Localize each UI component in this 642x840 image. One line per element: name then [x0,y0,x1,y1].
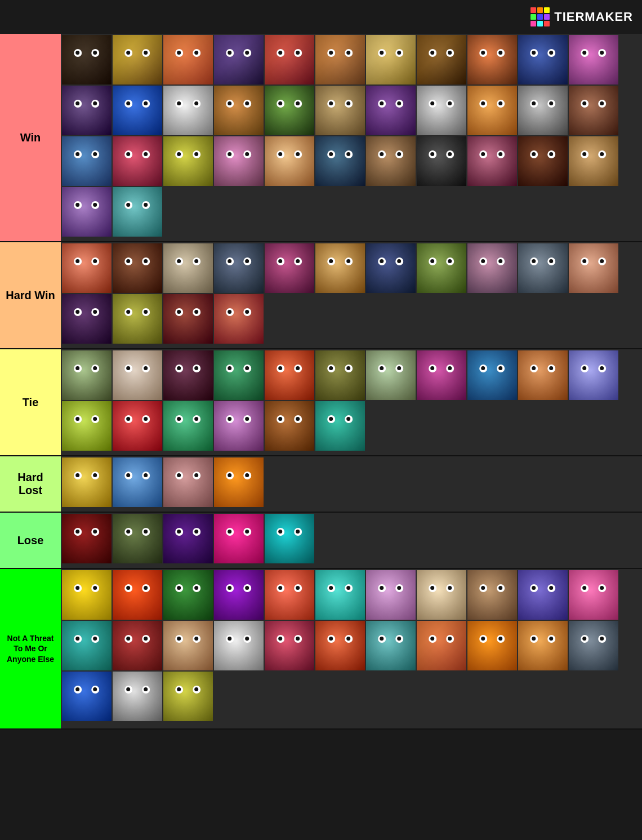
char-black-glitch[interactable] [214,570,264,620]
char-withered-chica3[interactable] [113,350,162,400]
char-helpy[interactable] [315,570,365,620]
char-cow[interactable] [113,570,162,620]
char-funtime-chica[interactable] [62,136,112,186]
char-nightmare-puppet[interactable] [163,514,213,563]
char-endo-plush[interactable] [366,243,416,293]
char-nightmare-bonnie[interactable] [62,294,112,344]
char-ballora[interactable] [214,35,264,85]
char-molten-freddy2[interactable] [62,514,112,563]
char-mr-c[interactable] [113,672,162,721]
char-toy-chica[interactable] [315,35,365,85]
char-nightmare-d[interactable] [214,457,264,507]
char-orville[interactable] [366,570,416,620]
char-happy-frog[interactable] [518,570,568,620]
char-scrap-chica[interactable] [366,35,416,85]
char-shadow-bonnie[interactable] [467,243,517,293]
char-nightmare-mangle[interactable] [569,136,618,186]
char-sun-moon[interactable] [417,86,466,135]
char-mr-hippo2[interactable] [569,570,618,620]
char-withered-bonnie2[interactable] [62,243,112,293]
char-lefty2[interactable] [569,621,618,670]
char-springtrap2[interactable] [265,570,314,620]
char-purple-guy[interactable] [265,136,314,186]
char-glamrock-chica[interactable] [467,35,517,85]
char-withered-chica[interactable] [214,136,264,186]
char-withered-chica2[interactable] [113,243,162,293]
char-ennard[interactable] [569,350,618,400]
char-molten-freddy[interactable] [265,243,314,293]
char-vanny[interactable] [417,570,466,620]
char-grimm-foxy[interactable] [315,86,365,135]
char-blue-rabbit[interactable] [62,672,112,721]
char-nightmare-bb2[interactable] [467,350,517,400]
char-circus-baby[interactable] [518,243,568,293]
char-baby-2[interactable] [518,35,568,85]
char-candy-candy[interactable] [417,621,466,670]
char-nightmare-b[interactable] [113,457,162,507]
char-nightmare-freddy[interactable] [163,243,213,293]
char-golden-freddy[interactable] [113,35,162,85]
char-helpi[interactable] [163,621,213,670]
char-nightmare-bb[interactable] [569,243,618,293]
char-balloon-boy[interactable] [62,621,112,670]
char-balloon-girl[interactable] [113,621,162,670]
char-clown1[interactable] [265,621,314,670]
char-mini-endo[interactable] [163,672,213,721]
char-toy-bonnie[interactable] [265,86,314,135]
char-funtime-freddy[interactable] [518,136,568,186]
char-jack-o-chica[interactable] [569,86,618,135]
char-funtime-foxy[interactable] [62,86,112,135]
char-dark-freddy[interactable] [62,35,112,85]
char-scraptrap3[interactable] [113,514,162,563]
char-baby2[interactable] [62,570,112,620]
char-candy-cadet[interactable] [163,35,213,85]
char-withered-foxy[interactable] [265,401,314,451]
char-nightmare-freddy2[interactable] [315,350,365,400]
char-purple-bonnie[interactable] [62,350,112,400]
char-funtime-freddy2[interactable] [214,514,264,563]
char-lolbit[interactable] [163,136,213,186]
char-candy-cadet2[interactable] [467,570,517,620]
char-nightmare-fredbear[interactable] [214,294,264,344]
char-rat[interactable] [366,136,416,186]
char-scraptrap[interactable] [265,350,314,400]
char-nightmare-foxy2[interactable] [518,350,568,400]
char-nightmare-foxy[interactable] [214,243,264,293]
char-ballora-3[interactable] [62,187,112,237]
char-nightmare-c[interactable] [163,457,213,507]
char-baby[interactable] [113,136,162,186]
char-nightmare[interactable] [163,294,213,344]
char-springtrap[interactable] [315,243,365,293]
char-clown2[interactable] [315,621,365,670]
char-withered-golden[interactable] [417,35,466,85]
char-nightmarionne[interactable] [467,136,517,186]
char-ballora-2[interactable] [113,86,162,135]
char-plate[interactable] [214,621,264,670]
char-lolbit2[interactable] [62,401,112,451]
char-withered-freddy[interactable] [467,86,517,135]
char-nightmare-chica[interactable] [113,294,162,344]
char-shadow-freddy[interactable] [417,243,466,293]
char-glamrock-bonnie[interactable] [265,514,314,563]
char-endo-01[interactable] [417,136,466,186]
char-shadow-bonnie2[interactable] [366,350,416,400]
char-puppet[interactable] [214,86,264,135]
char-nightmare-chica3[interactable] [113,401,162,451]
char-nightmare-a[interactable] [62,457,112,507]
char-toy-freddy[interactable] [163,401,213,451]
char-lefty[interactable] [315,136,365,186]
char-shadow-freddy2[interactable] [315,401,365,451]
char-mangle[interactable] [265,35,314,85]
char-nightmare-bonnie2[interactable] [163,350,213,400]
char-king-cake[interactable] [467,621,517,670]
char-mr-hippo[interactable] [163,86,213,135]
char-bon-bon[interactable] [569,35,618,85]
char-glamrock-freddy[interactable] [366,86,416,135]
char-dj-music[interactable] [518,621,568,670]
char-glitch-trap[interactable] [163,570,213,620]
char-withered-bonnie[interactable] [518,86,568,135]
char-nightmare-chica2[interactable] [214,350,264,400]
char-nightmare-mangle2[interactable] [417,350,466,400]
char-glamrock-monty[interactable] [113,187,162,237]
char-music-man[interactable] [366,621,416,670]
